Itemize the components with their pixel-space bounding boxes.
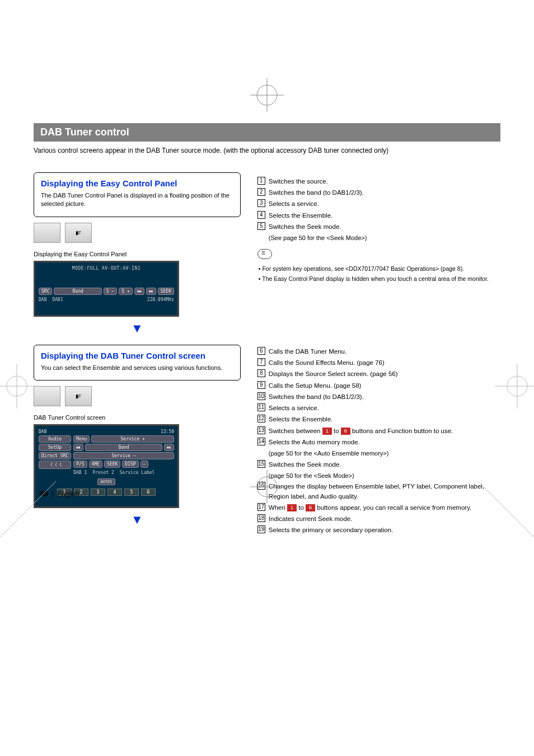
registration-mark-side — [495, 364, 534, 408]
desc-text: When 1 to 6 buttons appear, you can reca… — [269, 503, 500, 513]
clock: 13:50 — [161, 429, 174, 434]
dab-top-row: DAB 13:50 — [39, 429, 174, 434]
svg-point-9 — [507, 376, 527, 396]
band-button[interactable]: Band — [85, 444, 162, 451]
dab-control-sub: You can select the Ensemble and services… — [41, 364, 233, 372]
preset-button[interactable]: 5 — [124, 489, 139, 496]
disp-button[interactable]: DISP — [122, 461, 138, 468]
desc-text: Indicates current Seek mode. — [269, 514, 500, 524]
note-icon — [257, 249, 272, 259]
footer-lang: English — [57, 490, 79, 498]
easy-panel-sub: The DAB Tuner Control Panel is displayed… — [41, 191, 233, 209]
thumb-image: ▮F — [65, 223, 92, 243]
footer-sep: | — [51, 490, 53, 498]
desc-text: Switches between 1 to 6 buttons and Func… — [269, 426, 500, 436]
prev-button[interactable]: ⏮ — [73, 444, 83, 451]
seek-button[interactable]: SEEK — [158, 288, 174, 295]
preset-button[interactable]: 6 — [141, 489, 156, 496]
direct-src-button[interactable]: Direct SRC — [39, 452, 71, 459]
num-label: 5 — [257, 222, 265, 230]
thumb-image: ▮F — [65, 386, 92, 406]
ps-button[interactable]: P/S — [73, 461, 87, 468]
num-label: 16 — [257, 482, 265, 490]
desc-text: Selects the Ensemble. — [269, 211, 500, 220]
desc-text: Changes the display between Ensemble lab… — [269, 482, 500, 501]
easy-info-row: DAB DAB1 220.094MHz — [39, 297, 174, 302]
desc-text: Displays the Source Select screen. (page… — [269, 369, 500, 379]
dab-control-title: Displaying the DAB Tuner Control screen — [41, 351, 233, 360]
seek-indicator: AUTO1 — [97, 478, 115, 485]
desc-text: Switches the Seek mode. — [269, 460, 500, 469]
desc-text: Switches the source. — [269, 177, 500, 186]
num-label: 1 — [257, 177, 265, 185]
next-button[interactable]: ⏭ — [146, 288, 156, 295]
ame-button[interactable]: AME — [89, 461, 102, 468]
desc-text: Calls the DAB Tuner Menu. — [269, 347, 500, 356]
seek-button[interactable]: SEEK — [104, 461, 120, 468]
preset-button[interactable]: 3 — [91, 489, 105, 496]
easy-panel-screen-label: Displaying the Easy Control Panel — [34, 251, 241, 257]
num-label: 3 — [257, 199, 265, 207]
easy-btn-row: SRC Band S − S + ⏮ ⏭ SEEK — [39, 288, 174, 295]
svg-point-0 — [257, 85, 277, 105]
minus-button[interactable]: − — [140, 461, 149, 468]
desc-text: Selects the Ensemble. — [269, 415, 500, 424]
s-plus-button[interactable]: S + — [119, 288, 132, 295]
svg-point-6 — [7, 376, 27, 396]
preset-token: 6 — [306, 504, 315, 511]
menu-button[interactable]: Menu — [73, 435, 90, 443]
num-label: 12 — [257, 415, 265, 422]
desc-subtext: (See page 50 for the <Seek Mode>) — [269, 233, 367, 243]
down-arrow-icon: ▼ — [34, 321, 241, 336]
note-text: The Easy Control Panel display is hidden… — [259, 275, 500, 283]
page-title-bar: DAB Tuner control — [34, 123, 500, 142]
thumb-row: ▮F — [34, 223, 241, 243]
desc-subtext: (page 50 for the <Auto Ensemble memory>) — [269, 449, 389, 458]
num-label: 7 — [257, 358, 265, 366]
audio-button[interactable]: Audio — [39, 435, 71, 443]
band-value: DAB1 — [52, 297, 63, 302]
service-plus-button[interactable]: Service + — [91, 435, 174, 443]
num-label: 4 — [257, 211, 265, 219]
num-label: 14 — [257, 438, 265, 445]
easy-notes: For system key operations, see <DDX7017/… — [257, 265, 500, 283]
desc-text: Selects a service. — [269, 199, 500, 209]
num-label: 19 — [257, 525, 265, 533]
page-footer: 48 | English — [39, 489, 79, 498]
fold-button[interactable]: 《《《 — [39, 461, 71, 469]
page-title: DAB Tuner control — [40, 126, 129, 138]
dab-control-section: Displaying the DAB Tuner Control screen … — [34, 345, 241, 381]
desc-text: Selects the primary or secondary operati… — [269, 525, 500, 535]
dab-control-screen-label: DAB Tuner Control screen — [34, 414, 241, 421]
desc-text: Selects the Auto memory mode. — [269, 438, 500, 447]
src-name: DAB — [39, 429, 46, 434]
s-minus-button[interactable]: S − — [104, 288, 117, 295]
service-label: Service Label — [120, 470, 155, 475]
band-button[interactable]: Band — [54, 288, 101, 295]
desc-text: Calls the Sound Effects Menu. (page 76) — [269, 358, 500, 368]
src-button[interactable]: SRC — [39, 288, 52, 295]
num-label: 17 — [257, 503, 265, 511]
preset-button[interactable]: 4 — [107, 489, 122, 496]
note-text: For system key operations, see <DDX7017/… — [259, 265, 500, 273]
num-label: 11 — [257, 403, 265, 411]
src-name: DAB — [39, 297, 46, 302]
easy-panel-sim: MODE:FULL AV-OUT:AV-IN1 SRC Band S − S +… — [34, 261, 179, 317]
prev-button[interactable]: ⏮ — [134, 288, 144, 295]
dab-info: DAB 1 Preset 2 Service Label — [73, 470, 174, 475]
next-button[interactable]: ⏭ — [164, 444, 174, 451]
intro-text: Various control screens appear in the DA… — [34, 146, 500, 156]
num-label: 6 — [257, 347, 265, 355]
desc-subtext: (page 50 for the <Seek Mode>) — [269, 471, 354, 481]
registration-mark-top — [250, 78, 284, 112]
thumb-image — [34, 386, 60, 406]
setup-button[interactable]: SetUp — [39, 444, 71, 451]
easy-panel-section: Displaying the Easy Control Panel The DA… — [34, 172, 241, 217]
preset-token: 1 — [322, 428, 332, 435]
preset-token: 1 — [287, 504, 297, 511]
service-minus-button[interactable]: Service − — [73, 452, 174, 459]
easy-desc-list: 1Switches the source. 2Switches the band… — [257, 177, 500, 243]
page-number: 48 — [39, 489, 48, 498]
num-label: 15 — [257, 460, 265, 468]
num-label: 9 — [257, 381, 265, 389]
